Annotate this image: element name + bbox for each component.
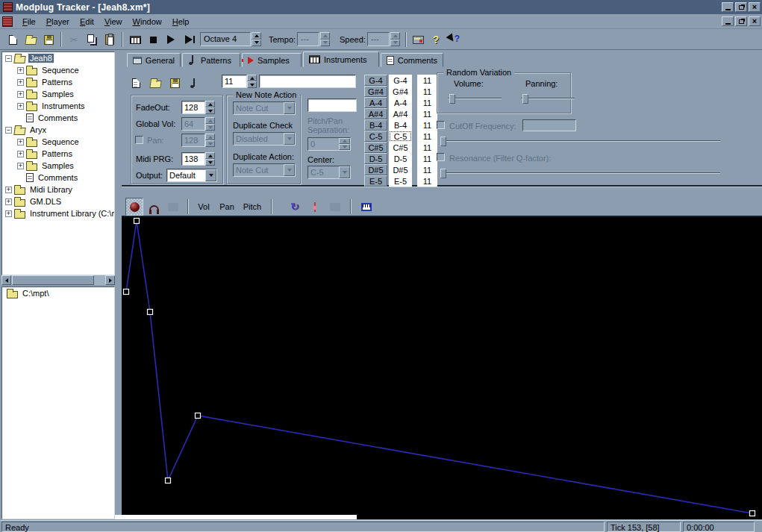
pattern-editor-button[interactable] [127, 31, 143, 48]
menu-player[interactable]: Player [41, 16, 75, 28]
envelope-canvas[interactable] [122, 217, 762, 519]
tab-samples[interactable]: Samples [242, 53, 302, 67]
envelope-node[interactable] [124, 290, 129, 295]
tree-item-gm-dls[interactable]: +GM.DLS [2, 195, 114, 207]
notemap-mapped-cell[interactable]: G#4 [389, 86, 412, 97]
notemap-note-button[interactable]: D-5 [364, 153, 387, 164]
tab-instruments[interactable]: Instruments [303, 51, 379, 67]
instrument-map-button[interactable] [357, 198, 375, 216]
notemap-note-button[interactable]: D#5 [364, 164, 387, 175]
tree-item-aryx[interactable]: −Aryx [2, 124, 114, 136]
instrument-name-field[interactable] [259, 75, 356, 88]
slider-thumb[interactable] [522, 94, 528, 104]
midi-prg-field[interactable]: 138 [181, 152, 205, 166]
envelope-enable-button[interactable] [125, 198, 143, 216]
tree-expander-icon[interactable]: + [17, 67, 24, 74]
envelope-node[interactable] [166, 478, 171, 484]
tree-item-samples[interactable]: +Samples [2, 88, 114, 100]
tree-expander-icon[interactable]: + [17, 103, 24, 110]
restore-button[interactable] [735, 2, 747, 12]
tree-expander-icon[interactable]: + [17, 79, 24, 86]
tree-item-patterns[interactable]: +Patterns [2, 148, 114, 160]
help-button[interactable]: ? [428, 31, 444, 48]
output-combo[interactable]: Default [166, 169, 217, 182]
open-file-button[interactable] [22, 31, 39, 48]
menu-help[interactable]: Help [167, 16, 195, 28]
scroll-thumb[interactable] [12, 275, 94, 285]
play-button[interactable] [163, 31, 179, 48]
notemap-sample-cell[interactable]: 11 [417, 131, 437, 142]
scroll-left-button[interactable] [1, 275, 11, 285]
instrument-number-field[interactable]: 11 [222, 75, 247, 88]
envelope-node[interactable] [134, 219, 140, 224]
notemap-mapped-cell[interactable]: C-5 [389, 131, 412, 142]
paste-button[interactable] [102, 31, 118, 48]
mdi-close-button[interactable]: × [749, 16, 761, 26]
tree-expander-icon[interactable]: + [17, 139, 24, 145]
fadeout-field[interactable]: 128 [181, 101, 205, 114]
tree-item-midi-library[interactable]: +Midi Library [2, 184, 114, 195]
notemap-mapped-cell[interactable]: E-5 [389, 175, 412, 187]
menu-edit[interactable]: Edit [75, 16, 99, 28]
tempo-spinner[interactable] [320, 32, 330, 46]
minimize-button[interactable] [722, 2, 734, 12]
envelope-loop-button[interactable]: ↻ [286, 198, 304, 216]
notemap-note-button[interactable]: G#4 [364, 86, 387, 97]
load-instrument-button[interactable] [147, 75, 163, 91]
stop-button[interactable] [145, 31, 161, 48]
tree-item-instrument-library-c-mp[interactable]: +Instrument Library (C:\mp [2, 207, 114, 219]
volume-variation-slider[interactable] [448, 98, 502, 99]
speed-spinner[interactable] [390, 32, 400, 46]
tree-expander-icon[interactable]: + [5, 187, 12, 193]
tree-item-comments[interactable]: Comments [2, 112, 114, 124]
notemap-sample-cell[interactable]: 11 [417, 86, 437, 97]
notemap-mapped-cell[interactable]: A#4 [389, 108, 412, 119]
new-file-button[interactable] [4, 31, 21, 48]
mdi-document-icon[interactable] [2, 16, 13, 27]
tree-expander-icon[interactable]: − [5, 55, 12, 62]
play-pattern-button[interactable] [181, 31, 197, 48]
new-instrument-button[interactable] [128, 75, 144, 91]
tree-expander-icon[interactable]: + [5, 198, 12, 205]
context-help-button[interactable] [446, 31, 462, 48]
envelope-node[interactable] [750, 511, 755, 516]
close-button[interactable]: × [749, 2, 761, 12]
midi-prg-spinner[interactable] [205, 152, 215, 166]
tab-patterns[interactable]: Patterns [182, 53, 240, 67]
save-instrument-button[interactable] [166, 75, 183, 91]
mdi-minimize-button[interactable] [722, 16, 734, 26]
tree-item-samples[interactable]: +Samples [2, 160, 114, 172]
notemap-note-button[interactable]: A#4 [364, 108, 387, 119]
notemap-sample-cell[interactable]: 11 [417, 108, 437, 119]
envelope-play-button[interactable] [145, 198, 163, 216]
copy-button[interactable] [84, 31, 100, 48]
tree-item-sequence[interactable]: +Sequence [2, 64, 114, 76]
tree-item-instruments[interactable]: +Instruments [2, 100, 114, 112]
tab-general[interactable]: General [127, 53, 181, 67]
pitch-pan-note-field[interactable] [307, 98, 357, 112]
notemap-note-button[interactable]: E-5 [364, 175, 387, 187]
octave-select[interactable]: Octave 4 [200, 32, 251, 46]
notemap-sample-cell[interactable]: 11 [417, 142, 437, 153]
notemap-sample-cell[interactable]: 11 [417, 75, 437, 86]
notemap-note-button[interactable]: A-4 [364, 97, 387, 108]
instrument-number-spinner[interactable] [247, 75, 257, 88]
volume-envelope-tab[interactable]: Vol [193, 198, 214, 216]
midi-setup-button[interactable] [410, 31, 426, 48]
notemap-mapped-cell[interactable]: D#5 [389, 164, 412, 175]
tree-expander-icon[interactable]: + [17, 163, 24, 169]
envelope-sustain-button[interactable] [306, 198, 324, 216]
tree-expander-icon[interactable]: + [17, 91, 24, 98]
tree-item-jeah8[interactable]: −Jeah8 [2, 52, 114, 64]
envelope-node[interactable] [196, 413, 201, 419]
tree-horizontal-scrollbar[interactable] [1, 275, 115, 285]
envelope-editor[interactable] [122, 217, 762, 519]
notemap-sample-cell[interactable]: 11 [417, 175, 437, 187]
notemap-sample-cell[interactable]: 11 [417, 119, 437, 131]
fadeout-spinner[interactable] [205, 101, 215, 114]
tree-item-patterns[interactable]: +Patterns [2, 76, 114, 88]
menu-window[interactable]: Window [128, 16, 167, 28]
slider-thumb[interactable] [449, 94, 455, 104]
tree-item-comments[interactable]: Comments [2, 172, 114, 184]
notemap-mapped-cell[interactable]: B-4 [389, 119, 412, 131]
